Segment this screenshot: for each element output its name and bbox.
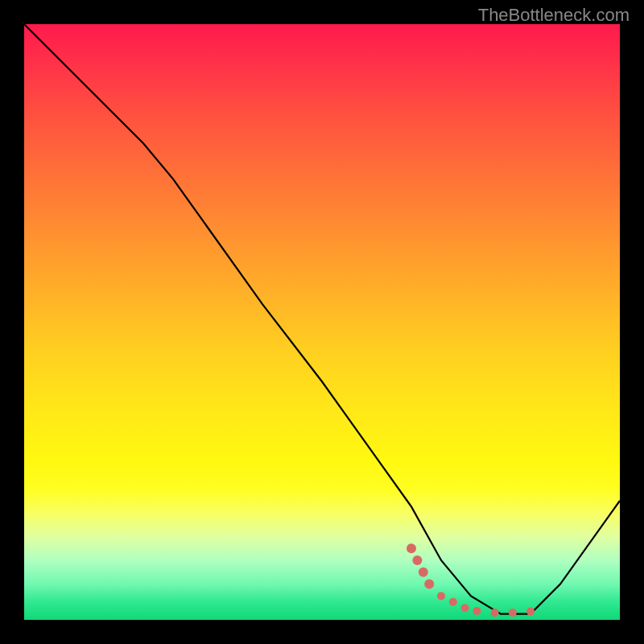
marker-dot	[473, 607, 481, 615]
marker-dot	[419, 568, 428, 577]
marker-dot	[407, 543, 416, 553]
optimal-range-markers	[407, 543, 535, 617]
marker-dot	[526, 608, 535, 616]
marker-dot	[491, 609, 499, 617]
marker-dot	[424, 580, 434, 589]
marker-dot	[449, 598, 457, 606]
bottleneck-curve	[24, 24, 620, 614]
chart-svg	[24, 24, 620, 620]
marker-dot	[437, 592, 445, 600]
marker-dot	[509, 609, 517, 617]
marker-dot	[412, 555, 422, 565]
marker-dot	[461, 604, 469, 612]
watermark-text: TheBottleneck.com	[478, 5, 630, 26]
